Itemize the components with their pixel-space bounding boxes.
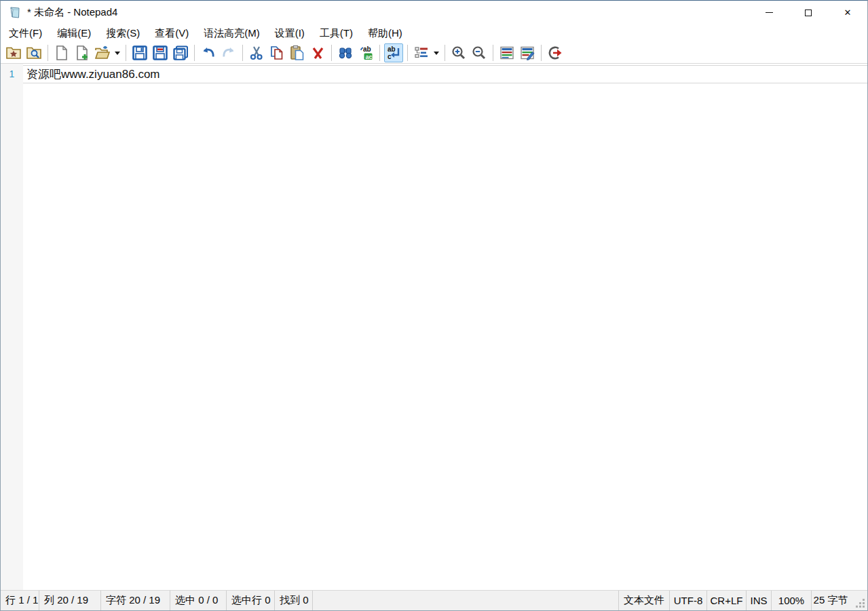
status-encoding[interactable]: UTF-8	[669, 591, 706, 610]
undo-button[interactable]	[199, 43, 218, 62]
zoom-in-button[interactable]	[449, 43, 468, 62]
save-as-button[interactable]	[151, 43, 170, 62]
word-wrap-button[interactable]: ab c	[384, 43, 403, 62]
undo-icon	[200, 45, 216, 61]
replace-icon: ab ac	[358, 45, 374, 61]
toolbar-separator	[331, 45, 332, 61]
menu-settings[interactable]: 设置(I)	[267, 24, 312, 43]
resize-grip[interactable]	[850, 591, 867, 610]
save-all-button[interactable]	[171, 43, 190, 62]
exit-button[interactable]	[546, 43, 565, 62]
maximize-icon	[805, 9, 812, 16]
svg-text:ab: ab	[388, 45, 396, 53]
notepad4-window: * 未命名 - Notepad4 ✕ 文件(F) 编辑(E) 搜索(S) 查看(…	[0, 0, 868, 611]
grip-dot	[863, 606, 865, 608]
menu-file[interactable]: 文件(F)	[1, 24, 50, 43]
status-doc-type[interactable]: 文本文件	[618, 591, 669, 610]
redo-button[interactable]	[219, 43, 238, 62]
open-folder-icon	[94, 45, 111, 61]
scheme-button[interactable]	[412, 43, 431, 62]
toolbar-separator	[445, 45, 445, 61]
customize-schemes-icon	[519, 45, 535, 61]
editor-area[interactable]: 1 资源吧www.ziyuan86.com	[1, 63, 867, 590]
new-window-button[interactable]	[73, 43, 92, 62]
new-file-button[interactable]	[52, 43, 71, 62]
menu-scheme[interactable]: 语法高亮(M)	[196, 24, 267, 43]
svg-text:ab: ab	[363, 45, 371, 53]
close-button[interactable]: ✕	[828, 1, 867, 24]
toolbar-separator	[242, 45, 243, 61]
cut-button[interactable]	[247, 43, 266, 62]
line-number-margin	[1, 64, 23, 590]
find-button[interactable]	[336, 43, 355, 62]
favorites-button[interactable]	[4, 43, 23, 62]
status-spacer	[313, 591, 618, 610]
close-icon: ✕	[844, 8, 852, 17]
maximize-button[interactable]	[789, 1, 828, 24]
zoom-out-icon	[471, 45, 487, 61]
grip-dot	[863, 599, 865, 601]
window-title: * 未命名 - Notepad4	[27, 6, 117, 19]
customize-schemes-button[interactable]	[518, 43, 537, 62]
grip-dot	[859, 602, 861, 604]
copy-button[interactable]	[267, 43, 286, 62]
status-eol-mode[interactable]: CR+LF	[706, 591, 746, 610]
toolbar-separator	[194, 45, 195, 61]
status-matches: 找到 0	[275, 591, 313, 610]
status-character: 字符 20 / 19	[101, 591, 170, 610]
status-insert-mode[interactable]: INS	[746, 591, 771, 610]
notepad-icon	[8, 6, 22, 20]
scheme-tree-icon	[413, 45, 430, 61]
toolbar-separator	[379, 45, 380, 61]
minimize-button[interactable]	[749, 1, 789, 24]
status-zoom-level[interactable]: 100%	[771, 591, 811, 610]
status-selection: 选中 0 / 0	[170, 591, 227, 610]
paste-button[interactable]	[288, 43, 307, 62]
toolbar-separator	[541, 45, 542, 61]
grip-dot	[859, 606, 861, 608]
delete-button[interactable]	[308, 43, 327, 62]
browse-folder-icon	[26, 45, 42, 61]
current-line[interactable]: 资源吧www.ziyuan86.com	[23, 65, 867, 83]
title-bar: * 未命名 - Notepad4 ✕	[1, 1, 867, 24]
chevron-down-icon	[434, 52, 439, 55]
editor-text[interactable]: 资源吧www.ziyuan86.com	[23, 66, 160, 83]
browse-button[interactable]	[24, 43, 43, 62]
zoom-out-button[interactable]	[470, 43, 489, 62]
open-file-button[interactable]	[93, 43, 112, 62]
zoom-in-icon	[451, 45, 467, 61]
status-column: 列 20 / 19	[39, 591, 101, 610]
menu-view[interactable]: 查看(V)	[147, 24, 196, 43]
menu-edit[interactable]: 编辑(E)	[50, 24, 98, 43]
new-file-icon	[54, 45, 70, 61]
delete-icon	[309, 45, 326, 61]
toolbar: ab ac ab c	[1, 43, 867, 63]
new-file-plus-icon	[74, 45, 90, 61]
toolbar-separator	[126, 45, 126, 61]
view-schemes-icon	[499, 45, 515, 61]
menu-help[interactable]: 帮助(H)	[360, 24, 410, 43]
chevron-down-icon	[115, 52, 120, 55]
save-button[interactable]	[130, 43, 149, 62]
menu-tools[interactable]: 工具(T)	[312, 24, 360, 43]
toolbar-separator	[48, 45, 48, 61]
svg-text:ac: ac	[366, 54, 373, 60]
open-file-dropdown[interactable]	[113, 43, 122, 62]
replace-button[interactable]: ab ac	[356, 43, 375, 62]
save-all-icon	[172, 45, 189, 61]
save-as-icon	[152, 45, 168, 61]
exit-icon	[547, 45, 563, 61]
copy-icon	[269, 45, 285, 61]
paste-icon	[289, 45, 305, 61]
status-sel-lines: 选中行 0	[227, 591, 275, 610]
menu-bar: 文件(F) 编辑(E) 搜索(S) 查看(V) 语法高亮(M) 设置(I) 工具…	[1, 24, 867, 43]
view-schemes-button[interactable]	[497, 43, 516, 62]
redo-icon	[221, 45, 237, 61]
line-number: 1	[1, 65, 23, 83]
scheme-dropdown[interactable]	[432, 43, 441, 62]
grip-dot	[856, 606, 858, 608]
word-wrap-icon: ab c	[385, 45, 402, 61]
menu-search[interactable]: 搜索(S)	[98, 24, 147, 43]
status-file-size: 25 字节	[811, 591, 850, 610]
toolbar-separator	[407, 45, 408, 61]
